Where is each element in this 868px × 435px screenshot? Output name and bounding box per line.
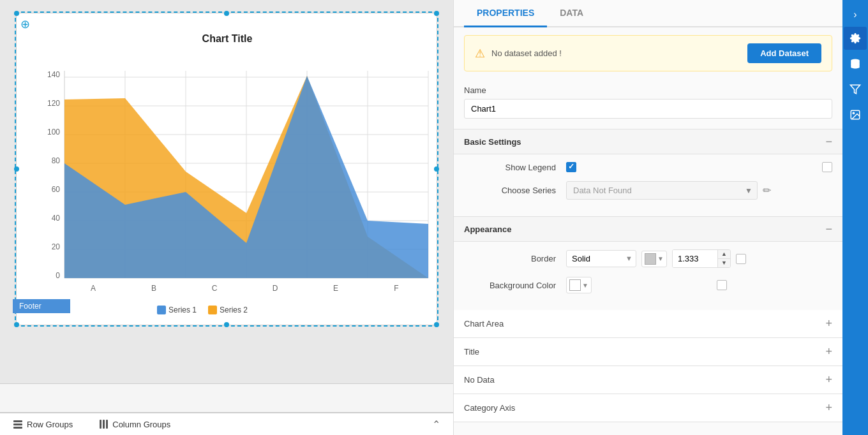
svg-text:60: 60 xyxy=(52,185,61,194)
svg-rect-37 xyxy=(13,424,22,425)
name-input[interactable] xyxy=(464,99,832,119)
show-legend-label: Show Legend xyxy=(464,163,566,172)
tab-data[interactable]: DATA xyxy=(547,0,596,27)
border-controls: Solid ▼ ▼ ▲ ▼ xyxy=(566,249,746,268)
bg-color-checkbox[interactable] xyxy=(717,280,727,290)
border-style-select[interactable]: Solid xyxy=(566,250,636,267)
properties-panel: ⚠ No dataset added ! Add Dataset Name Ba… xyxy=(454,27,842,435)
bg-color-swatch xyxy=(569,279,581,291)
gear-svg xyxy=(849,33,861,44)
filter-svg xyxy=(849,84,861,95)
svg-text:A: A xyxy=(91,284,96,293)
border-width-down[interactable]: ▼ xyxy=(718,259,730,267)
sidebar-chevron-icon[interactable]: › xyxy=(844,5,867,24)
basic-settings-content: Show Legend Choose Series Data Not Found… xyxy=(454,154,842,216)
appearance-toggle[interactable]: − xyxy=(825,223,832,235)
chart-area: ⊕ Chart Title 0 20 40 60 80 100 120 140 xyxy=(0,0,453,383)
right-sidebar: › xyxy=(842,0,868,435)
svg-marker-43 xyxy=(851,85,860,94)
choose-series-wrapper: Data Not Found ▼ xyxy=(566,181,758,200)
sidebar-gear-icon[interactable] xyxy=(844,27,867,50)
svg-rect-39 xyxy=(100,420,101,429)
svg-text:Series 1: Series 1 xyxy=(168,306,197,314)
resize-handle-br[interactable] xyxy=(434,322,439,327)
title-plus: + xyxy=(825,345,832,358)
svg-text:140: 140 xyxy=(47,70,60,79)
sidebar-image-settings-icon[interactable] xyxy=(844,103,867,126)
svg-text:0: 0 xyxy=(56,271,60,280)
svg-text:80: 80 xyxy=(52,156,61,165)
border-row: Border Solid ▼ ▼ ▲ xyxy=(464,249,832,268)
basic-settings-header: Basic Settings − xyxy=(454,129,842,154)
no-data-section[interactable]: No Data + xyxy=(454,366,842,394)
bg-color-label: Background Color xyxy=(464,281,566,290)
svg-rect-40 xyxy=(103,420,105,429)
row-groups-icon xyxy=(13,419,23,429)
resize-handle-tc[interactable] xyxy=(224,11,229,16)
collapse-button[interactable]: ⌃ xyxy=(432,418,440,431)
svg-text:F: F xyxy=(394,284,398,293)
basic-settings-title: Basic Settings xyxy=(464,137,521,147)
left-panel: ⊕ Chart Title 0 20 40 60 80 100 120 140 xyxy=(0,0,453,435)
resize-handle-tr[interactable] xyxy=(434,11,439,16)
series-edit-icon[interactable]: ✏ xyxy=(763,184,771,196)
row-groups-item: Row Groups xyxy=(13,419,73,429)
resize-handle-ml[interactable] xyxy=(14,166,19,172)
svg-text:120: 120 xyxy=(47,99,60,108)
sidebar-database-icon[interactable] xyxy=(844,52,867,75)
svg-rect-38 xyxy=(13,427,22,429)
border-width-input-group: ▲ ▼ xyxy=(672,249,731,268)
resize-handle-bc[interactable] xyxy=(224,322,229,327)
appearance-title: Appearance xyxy=(464,225,511,234)
database-svg xyxy=(849,58,861,70)
resize-handle-mr[interactable] xyxy=(434,166,439,172)
title-section[interactable]: Title + xyxy=(454,338,842,366)
bottom-bar: Row Groups Column Groups ⌃ xyxy=(0,412,453,435)
name-section: Name xyxy=(454,79,842,129)
svg-rect-36 xyxy=(13,420,22,422)
chart-svg: Chart Title 0 20 40 60 80 100 120 140 xyxy=(17,13,438,326)
chart-area-section[interactable]: Chart Area + xyxy=(454,310,842,338)
border-width-spinners: ▲ ▼ xyxy=(717,250,730,267)
border-color-swatch xyxy=(645,253,656,265)
svg-point-45 xyxy=(853,112,854,114)
border-width-up[interactable]: ▲ xyxy=(718,250,730,259)
svg-text:Chart Title: Chart Title xyxy=(202,33,253,44)
alert-message: No dataset added ! xyxy=(491,48,741,58)
border-checkbox[interactable] xyxy=(736,254,746,264)
svg-text:Series 2: Series 2 xyxy=(220,306,248,314)
svg-rect-32 xyxy=(157,306,166,314)
border-width-input[interactable] xyxy=(673,250,717,267)
bg-color-row: Background Color ▼ xyxy=(464,277,832,293)
border-color-picker[interactable]: ▼ xyxy=(641,251,667,267)
resize-handle-bl[interactable] xyxy=(14,322,19,327)
show-legend-row: Show Legend xyxy=(464,162,832,172)
tabs: PROPERTIES DATA xyxy=(454,0,842,27)
category-axis-section[interactable]: Category Axis + xyxy=(454,394,842,422)
tab-properties[interactable]: PROPERTIES xyxy=(464,0,547,27)
svg-rect-34 xyxy=(208,306,217,314)
column-groups-item: Column Groups xyxy=(98,419,170,429)
bg-color-controls: ▼ xyxy=(566,277,727,293)
show-legend-checkbox[interactable] xyxy=(566,162,576,172)
chart-move-icon[interactable]: ⊕ xyxy=(20,17,30,31)
svg-text:B: B xyxy=(151,284,156,293)
svg-text:E: E xyxy=(333,284,338,293)
appearance-content: Border Solid ▼ ▼ ▲ xyxy=(454,242,842,310)
no-data-label: No Data xyxy=(464,375,495,385)
choose-series-label: Choose Series xyxy=(464,186,566,195)
show-legend-checkbox-2[interactable] xyxy=(822,162,832,172)
sidebar-filter-icon[interactable] xyxy=(844,78,867,101)
resize-handle-tl[interactable] xyxy=(14,11,19,16)
svg-rect-41 xyxy=(106,420,108,429)
bg-color-picker[interactable]: ▼ xyxy=(566,277,592,293)
basic-settings-toggle[interactable]: − xyxy=(825,136,832,147)
bg-color-arrow: ▼ xyxy=(582,282,588,289)
add-dataset-button[interactable]: Add Dataset xyxy=(747,43,821,63)
border-label: Border xyxy=(464,254,566,263)
chart-container[interactable]: ⊕ Chart Title 0 20 40 60 80 100 120 140 xyxy=(16,13,437,325)
chart-area-plus: + xyxy=(825,317,832,330)
category-axis-plus: + xyxy=(825,401,832,415)
image-settings-svg xyxy=(849,109,861,121)
choose-series-select[interactable]: Data Not Found xyxy=(566,181,758,200)
